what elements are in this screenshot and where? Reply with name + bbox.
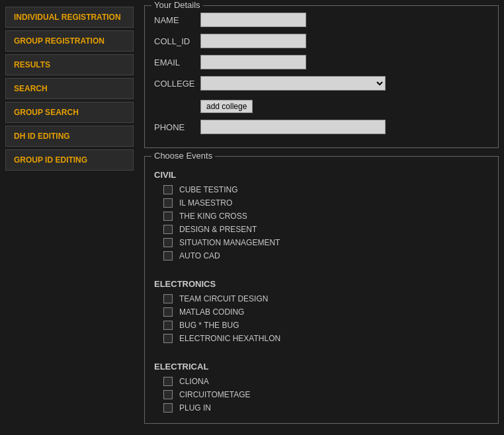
event-label-auto-cad: AUTO CAD [179, 251, 220, 260]
main-content: Your Details NAME COLL_ID EMAIL COLLEGE … [139, 0, 504, 435]
event-checkbox-cube-testing[interactable] [163, 185, 173, 194]
event-label-the-king-cross: THE KING CROSS [179, 212, 247, 221]
college-row: COLLEGE [154, 76, 489, 91]
name-input[interactable] [200, 13, 306, 27]
sidebar-item-dh-id-editing[interactable]: DH ID EDITING [5, 126, 134, 147]
event-label-cliona: CLIONA [179, 377, 209, 386]
event-label-plug-in: PLUG IN [179, 403, 211, 413]
your-details-section: Your Details NAME COLL_ID EMAIL COLLEGE … [144, 5, 499, 148]
event-item-the-king-cross: THE KING CROSS [163, 212, 489, 221]
event-item-situation-management: SITUATION MANAGEMENT [163, 238, 489, 247]
coll-id-label: COLL_ID [154, 36, 200, 46]
event-label-matlab-coding: MATLAB CODING [179, 307, 244, 317]
event-item-team-circuit-design: TEAM CIRCUIT DESIGN [163, 294, 489, 303]
event-item-matlab-coding: MATLAB CODING [163, 307, 489, 317]
email-label: EMAIL [154, 58, 200, 67]
sidebar-item-group-registration[interactable]: GROUP REGISTRATION [5, 30, 134, 52]
event-item-auto-cad: AUTO CAD [163, 251, 489, 260]
event-category-electrical: ELECTRICAL [154, 362, 489, 372]
event-item-bug-the-bug: BUG * THE BUG [163, 321, 489, 330]
event-label-team-circuit-design: TEAM CIRCUIT DESIGN [179, 294, 268, 303]
event-checkbox-il-masestro[interactable] [163, 198, 173, 208]
event-checkbox-design-present[interactable] [163, 225, 173, 234]
event-label-situation-management: SITUATION MANAGEMENT [179, 238, 280, 247]
event-label-cube-testing: CUBE TESTING [179, 185, 237, 194]
choose-events-legend: Choose Events [151, 151, 215, 161]
event-checkbox-the-king-cross[interactable] [163, 212, 173, 221]
event-item-electronic-hexathlon: ELECTRONIC HEXATHLON [163, 334, 489, 343]
event-label-bug-the-bug: BUG * THE BUG [179, 321, 239, 330]
event-checkbox-bug-the-bug[interactable] [163, 321, 173, 330]
event-item-circuitometage: CIRCUITOMETAGE [163, 390, 489, 399]
coll-id-input[interactable] [200, 34, 306, 48]
event-item-cube-testing: CUBE TESTING [163, 185, 489, 194]
sidebar-item-group-id-editing[interactable]: GROUP ID EDITING [5, 149, 134, 171]
event-item-cliona: CLIONA [163, 377, 489, 386]
coll-id-row: COLL_ID [154, 34, 489, 48]
college-select[interactable] [200, 76, 386, 91]
email-row: EMAIL [154, 55, 489, 69]
college-label: COLLEGE [154, 79, 200, 89]
event-item-plug-in: PLUG IN [163, 403, 489, 413]
event-checkbox-electronic-hexathlon[interactable] [163, 334, 173, 343]
phone-label: PHONE [154, 122, 200, 132]
name-row: NAME [154, 13, 489, 27]
choose-events-section: Choose Events CIVILCUBE TESTINGIL MASEST… [144, 156, 499, 424]
event-category-civil: CIVIL [154, 170, 489, 180]
events-container: CIVILCUBE TESTINGIL MASESTROTHE KING CRO… [154, 170, 489, 413]
your-details-legend: Your Details [151, 0, 203, 10]
event-label-circuitometage: CIRCUITOMETAGE [179, 390, 251, 399]
sidebar-item-group-search[interactable]: GROUP SEARCH [5, 102, 134, 123]
name-label: NAME [154, 15, 200, 25]
sidebar-item-individual-registration[interactable]: INDIVIDUAL REGISTRATION [5, 7, 134, 28]
event-checkbox-circuitometage[interactable] [163, 390, 173, 399]
event-checkbox-plug-in[interactable] [163, 403, 173, 413]
phone-row: PHONE [154, 120, 489, 134]
event-checkbox-matlab-coding[interactable] [163, 307, 173, 317]
event-item-il-masestro: IL MASESTRO [163, 198, 489, 208]
event-label-electronic-hexathlon: ELECTRONIC HEXATHLON [179, 334, 280, 343]
event-checkbox-team-circuit-design[interactable] [163, 294, 173, 303]
event-checkbox-auto-cad[interactable] [163, 251, 173, 260]
phone-input[interactable] [200, 120, 386, 134]
event-checkbox-cliona[interactable] [163, 377, 173, 386]
sidebar-item-results[interactable]: RESULTS [5, 54, 134, 75]
event-category-electronics: ELECTRONICS [154, 279, 489, 289]
sidebar-item-search[interactable]: SEARCH [5, 78, 134, 99]
add-college-row: add college [154, 97, 489, 113]
event-label-design-present: DESIGN & PRESENT [179, 225, 257, 234]
email-input[interactable] [200, 55, 306, 69]
add-college-button[interactable]: add college [200, 100, 253, 113]
event-checkbox-situation-management[interactable] [163, 238, 173, 247]
event-item-design-present: DESIGN & PRESENT [163, 225, 489, 234]
event-label-il-masestro: IL MASESTRO [179, 198, 232, 208]
sidebar: INDIVIDUAL REGISTRATIONGROUP REGISTRATIO… [0, 0, 139, 435]
